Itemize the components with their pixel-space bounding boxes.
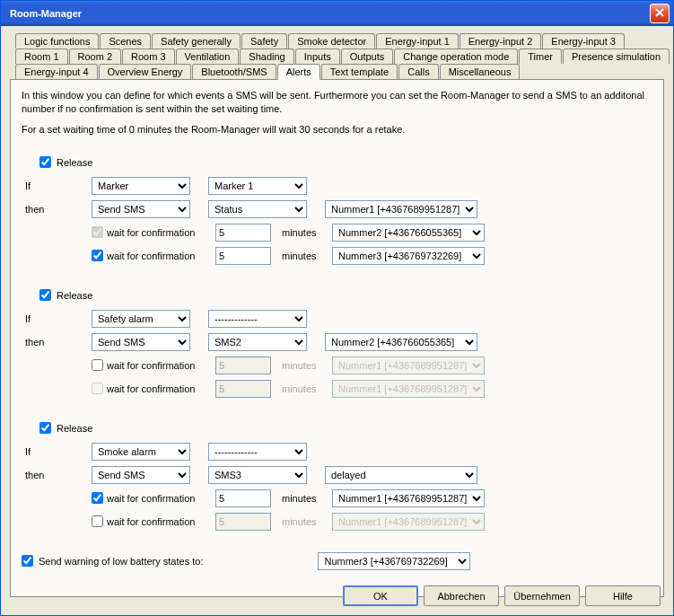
tab-smoke-detector[interactable]: Smoke detector	[288, 33, 375, 48]
content: Logic functionsScenesSafety generallySaf…	[1, 26, 673, 615]
wait-minutes-input	[215, 513, 271, 531]
tab-scenes[interactable]: Scenes	[100, 33, 151, 48]
tab-logic-functions[interactable]: Logic functions	[15, 33, 99, 48]
wait-destination[interactable]: Nummer1 [+4367689951287]	[332, 489, 485, 507]
tab-pane-alerts: In this window you can define for which …	[10, 79, 664, 597]
release-wrap[interactable]: Release	[39, 422, 92, 434]
wait-label: wait for confirmation	[107, 360, 195, 371]
then-select-b[interactable]: SMS3	[208, 466, 307, 484]
alert-block-1: ReleaseIfMarkerMarker 1thenSend SMSStatu…	[22, 153, 652, 266]
tab-calls[interactable]: Calls	[398, 64, 438, 79]
release-wrap[interactable]: Release	[39, 156, 92, 168]
tab-text-template[interactable]: Text template	[321, 64, 398, 79]
low-battery-label: Send warning of low battery states to:	[39, 556, 203, 567]
tab-ventilation[interactable]: Ventilation	[176, 48, 240, 64]
wait-checkbox[interactable]	[92, 359, 103, 371]
release-label: Release	[57, 423, 92, 434]
then-select-a[interactable]: Send SMS	[92, 333, 190, 351]
minutes-label: minutes	[282, 383, 325, 394]
wait-wrap: wait for confirmation	[92, 383, 215, 394]
apply-button[interactable]: Übernehmen	[504, 585, 580, 606]
wait-wrap: wait for confirmation	[92, 250, 215, 261]
tab-room-1[interactable]: Room 1	[15, 48, 68, 64]
wait-destination: Nummer1 [+4367689951287]	[332, 356, 485, 374]
if-select-a[interactable]: Marker	[92, 177, 190, 195]
window: Room-Manager Logic functionsScenesSafety…	[0, 0, 674, 616]
then-select-a[interactable]: Send SMS	[92, 200, 190, 218]
tab-room-3[interactable]: Room 3	[122, 48, 175, 64]
wait-label: wait for confirmation	[107, 383, 195, 394]
tab-energy-input-1[interactable]: Energy-input 1	[376, 33, 459, 48]
tab-shading[interactable]: Shading	[240, 48, 293, 64]
if-label: If	[22, 180, 74, 191]
tab-overview-energy[interactable]: Overview Energy	[99, 64, 192, 79]
alert-block-3: ReleaseIfSmoke alarm-------------thenSen…	[22, 418, 652, 532]
if-select-b[interactable]: -------------	[208, 443, 307, 461]
tab-miscellaneous[interactable]: Miscellaneous	[440, 64, 521, 79]
wait-wrap: wait for confirmation	[92, 492, 215, 504]
tab-strip: Logic functionsScenesSafety generallySaf…	[10, 33, 664, 79]
tab-room-2[interactable]: Room 2	[69, 48, 122, 64]
tab-change-operation-mode[interactable]: Change operation mode	[394, 48, 518, 64]
wait-wrap: wait for confirmation	[92, 515, 215, 527]
then-select-b[interactable]: Status	[208, 200, 307, 218]
wait-minutes-input[interactable]	[215, 247, 271, 265]
wait-wrap: wait for confirmation	[92, 359, 215, 371]
if-select-a[interactable]: Smoke alarm	[92, 443, 190, 461]
if-select-a[interactable]: Safety alarm	[92, 310, 190, 328]
tab-timer[interactable]: Timer	[519, 48, 562, 64]
if-select-b[interactable]: Marker 1	[208, 177, 307, 195]
wait-label: wait for confirmation	[107, 251, 195, 261]
if-label: If	[22, 446, 74, 457]
description-1: In this window you can define for which …	[22, 89, 652, 116]
wait-destination[interactable]: Nummer2 [+436766055365]	[332, 224, 485, 242]
minutes-label: minutes	[282, 227, 325, 238]
wait-checkbox[interactable]	[92, 492, 103, 504]
tab-energy-input-3[interactable]: Energy-input 3	[542, 33, 625, 48]
tab-bluetooth-sms[interactable]: Bluetooth/SMS	[192, 64, 276, 79]
release-checkbox[interactable]	[39, 422, 51, 434]
tab-inputs[interactable]: Inputs	[295, 48, 340, 64]
low-battery-checkbox[interactable]	[22, 555, 33, 567]
tab-energy-input-4[interactable]: Energy-input 4	[15, 64, 98, 79]
wait-minutes-input	[215, 380, 271, 398]
wait-label: wait for confirmation	[107, 516, 195, 527]
close-icon	[655, 8, 664, 19]
then-label: then	[22, 204, 74, 215]
wait-minutes-input[interactable]	[215, 224, 271, 242]
wait-checkbox[interactable]	[92, 250, 103, 261]
tab-safety-generally[interactable]: Safety generally	[152, 33, 241, 48]
ok-button[interactable]: OK	[343, 585, 418, 606]
wait-label: wait for confirmation	[107, 493, 195, 504]
release-checkbox[interactable]	[39, 156, 51, 168]
release-checkbox[interactable]	[39, 289, 51, 301]
if-label: If	[22, 313, 74, 324]
tab-energy-input-2[interactable]: Energy-input 2	[460, 33, 542, 48]
release-label: Release	[57, 157, 92, 168]
then-select-c[interactable]: Nummer2 [+436766055365]	[325, 333, 477, 351]
low-battery-checkbox-wrap[interactable]: Send warning of low battery states to:	[22, 555, 203, 567]
help-button[interactable]: Hilfe	[585, 585, 661, 606]
wait-checkbox	[92, 383, 103, 394]
cancel-button[interactable]: Abbrechen	[424, 585, 499, 606]
minutes-label: minutes	[282, 360, 325, 371]
wait-checkbox	[92, 226, 103, 238]
minutes-label: minutes	[282, 493, 325, 504]
then-select-c[interactable]: Nummer1 [+4367689951287]	[325, 200, 477, 218]
tab-outputs[interactable]: Outputs	[341, 48, 394, 64]
wait-destination[interactable]: Nummer3 [+436769732269]	[332, 247, 485, 265]
tab-safety[interactable]: Safety	[241, 33, 287, 48]
wait-checkbox[interactable]	[92, 515, 103, 527]
close-button[interactable]	[650, 4, 670, 23]
tab-presence-simulation[interactable]: Presence simulation	[563, 48, 670, 64]
then-select-b[interactable]: SMS2	[208, 333, 307, 351]
tab-alerts[interactable]: Alerts	[277, 64, 320, 80]
low-battery-destination[interactable]: Nummer3 [+436769732269]	[318, 552, 470, 570]
then-select-a[interactable]: Send SMS	[92, 466, 190, 484]
wait-minutes-input[interactable]	[215, 489, 271, 507]
titlebar: Room-Manager	[1, 1, 673, 26]
release-wrap[interactable]: Release	[39, 289, 92, 301]
minutes-label: minutes	[282, 516, 325, 527]
then-select-c[interactable]: delayed	[325, 466, 477, 484]
if-select-b[interactable]: -------------	[208, 310, 307, 328]
